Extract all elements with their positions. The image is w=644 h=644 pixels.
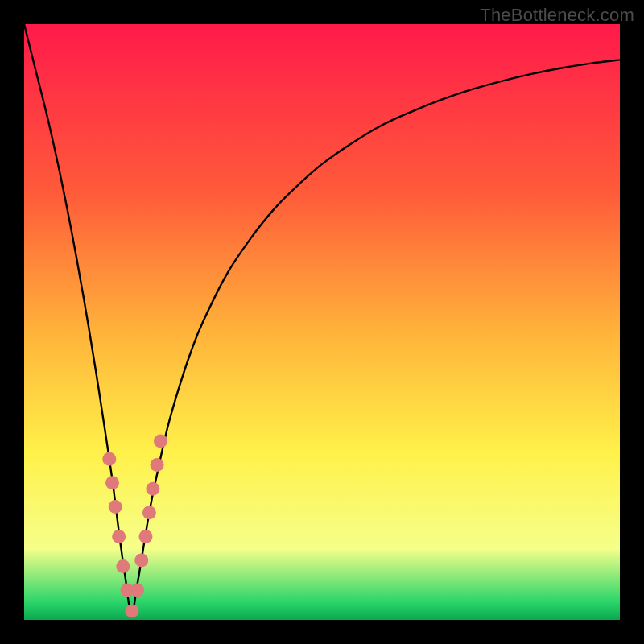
plot-area	[24, 24, 620, 620]
curve-layer	[24, 24, 620, 620]
marker-point	[154, 435, 167, 448]
chart-frame: TheBottleneck.com	[0, 0, 644, 644]
highlight-markers	[102, 435, 167, 618]
marker-point	[125, 604, 138, 617]
marker-point	[138, 530, 152, 543]
marker-point	[151, 458, 164, 472]
marker-point	[105, 476, 119, 489]
watermark-text: TheBottleneck.com	[480, 5, 634, 26]
marker-point	[134, 554, 148, 568]
marker-point	[102, 452, 116, 466]
marker-point	[116, 559, 130, 573]
bottleneck-curve	[24, 24, 620, 614]
marker-point	[142, 506, 156, 519]
marker-point	[146, 482, 159, 496]
marker-point	[112, 530, 126, 543]
marker-point	[109, 500, 122, 514]
marker-point	[130, 584, 144, 597]
